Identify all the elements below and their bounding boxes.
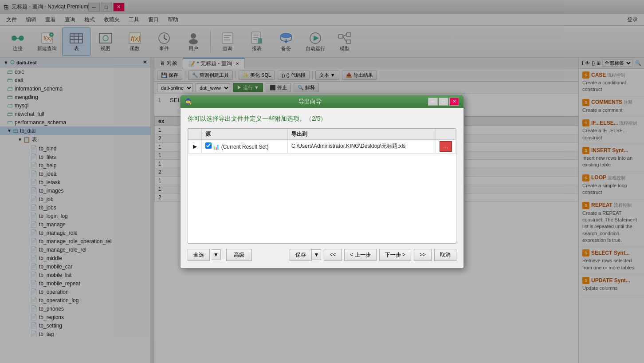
dialog-maximize-btn[interactable]: □ — [439, 98, 448, 106]
row-export-path: C:\Users\Administrator.KING\Desktop\无标题.… — [288, 139, 436, 153]
dialog-save-button[interactable]: 保存 — [290, 249, 312, 261]
file-browse-btn[interactable]: … — [440, 141, 452, 152]
dialog-title: 导出向导 — [298, 98, 322, 106]
col-export: 导出到 — [288, 129, 436, 139]
table-row: ▶ 📊 (Current Result Set) C:\Users\Admini… — [188, 139, 456, 153]
select-all-area: 全选 ▼ — [188, 249, 221, 261]
row-source: (Current Result Set) — [221, 144, 269, 150]
col-check — [188, 129, 202, 139]
select-dropdown-button[interactable]: ▼ — [212, 249, 221, 260]
dialog-prev-button[interactable]: < 上一步 — [344, 249, 376, 261]
dialog-overlay: 🧙 导出向导 ─ □ ✕ 你可以选择导出文件并定义一些附加选项。（2/5） 源 … — [0, 0, 644, 363]
row-checkbox[interactable] — [205, 142, 212, 149]
dialog-table-area: 源 导出到 ▶ 📊 (Current Result Set) — [188, 128, 456, 244]
select-all-button[interactable]: 全选 — [188, 249, 210, 261]
save-area: 保存 ▼ — [290, 249, 321, 261]
dialog-subtitle: 你可以选择导出文件并定义一些附加选项。（2/5） — [188, 115, 456, 123]
export-wizard-dialog: 🧙 导出向导 ─ □ ✕ 你可以选择导出文件并定义一些附加选项。（2/5） 源 … — [180, 95, 464, 268]
dialog-bottom: 全选 ▼ 高级 保存 ▼ << < 上一步 下一步 > >> 取消 — [188, 249, 456, 261]
dialog-first-button[interactable]: << — [324, 249, 342, 261]
advanced-button[interactable]: 高级 — [226, 249, 252, 261]
row-icon: 📊 — [213, 144, 220, 150]
dialog-minimize-btn[interactable]: ─ — [428, 98, 438, 106]
dialog-table-header: 源 导出到 — [188, 129, 456, 139]
dialog-close-btns: ─ □ ✕ — [428, 98, 459, 106]
dialog-cancel-button[interactable]: 取消 — [434, 249, 456, 261]
dialog-next-button[interactable]: 下一步 > — [379, 249, 411, 261]
col-source: 源 — [202, 129, 288, 139]
dialog-titlebar: 🧙 导出向导 ─ □ ✕ — [181, 95, 463, 108]
dialog-table: 源 导出到 ▶ 📊 (Current Result Set) — [188, 129, 456, 154]
dialog-bottom-right: 保存 ▼ << < 上一步 下一步 > >> 取消 — [290, 249, 456, 261]
dialog-bottom-left: 全选 ▼ 高级 — [188, 249, 252, 261]
row-expand: ▶ — [188, 139, 202, 153]
dialog-last-button[interactable]: >> — [414, 249, 432, 261]
dialog-close-btn[interactable]: ✕ — [449, 98, 459, 106]
dialog-save-dropdown[interactable]: ▼ — [312, 249, 321, 260]
dialog-body: 你可以选择导出文件并定义一些附加选项。（2/5） 源 导出到 ▶ — [181, 108, 463, 268]
dialog-icon: 🧙 — [185, 98, 192, 105]
col-browse — [436, 129, 456, 139]
